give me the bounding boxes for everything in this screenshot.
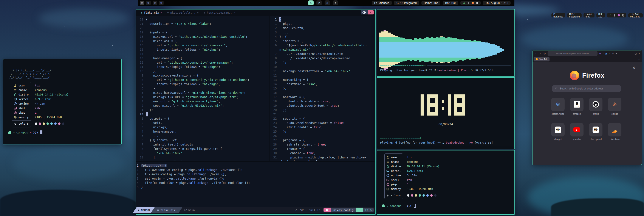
code-line[interactable]: 6 "${modulesPath}/installer/cd-dvd/insta…	[270, 43, 375, 47]
code-line[interactable]: 27 programs = {	[270, 138, 375, 142]
shortcut-chatgpt[interactable]: ❋chatgpt	[551, 123, 564, 142]
shortcut-claude[interactable]: ✳claude	[608, 98, 622, 116]
tasklist-client-icon[interactable]: ❄	[146, 1, 151, 5]
code-line[interactable]: 4}: {	[270, 35, 375, 39]
code-line[interactable]: 11 inputs.nixpkgs.follows = "nixpkgs";	[136, 65, 269, 69]
code-line[interactable]: 23 sudo.wheelNeedsPassword = false;	[270, 121, 375, 125]
shell-prompt[interactable]: → canopus ~ ❯❯❯	[8, 130, 42, 134]
tasklist-client-icon[interactable]: ❄	[152, 1, 157, 5]
url-bar[interactable]: Search with Google or enter address	[548, 51, 598, 56]
code-line[interactable]: 8 ../../modules/nixos/desktop/awesome	[270, 56, 375, 60]
toggle-button[interactable]	[361, 10, 368, 15]
menu-hamburger-icon[interactable]: ≡	[616, 52, 617, 55]
code-line[interactable]: 19 bluetooth.powerOnBoot = true;	[270, 103, 375, 108]
extension-icon[interactable]: ◆	[599, 52, 601, 55]
code-line[interactable]: 11 nixpkgs.hostPlatform = "x86_64-linux"…	[270, 69, 375, 73]
code-line[interactable]: 2 sops-nix.url = "github:Mic92/sops-nix"…	[136, 103, 269, 108]
terminal-window-fastfetch-right[interactable]: userhnamedistrokerneluptimeshellpkgsmemo…	[377, 150, 515, 215]
code-line[interactable]: 18 bluetooth.enable = true;	[270, 99, 375, 103]
close-button[interactable]: ✕	[638, 52, 640, 55]
code-line[interactable]: 13 networking = {	[270, 78, 375, 82]
code-line[interactable]: 2 modulesPath,	[270, 26, 375, 30]
personalize-gear-icon[interactable]: ⚙	[633, 66, 636, 69]
code-line[interactable]: 7 inherit (self) outputs;	[136, 142, 269, 147]
close-buffer-icon[interactable]: ✕	[234, 11, 235, 14]
workspace-tag-4[interactable]: 4	[333, 1, 338, 6]
code-line[interactable]: 6 };	[136, 86, 269, 91]
code-line[interactable]: 8 forAllSystems = nixpkgs.lib.genAttrs [	[136, 147, 269, 151]
code-line[interactable]: 16	[270, 91, 375, 95]
close-split-button[interactable]: ✕	[368, 10, 374, 15]
workspace-tag-3[interactable]: 3	[324, 1, 330, 6]
code-line[interactable]: 10 ];	[136, 155, 269, 159]
new-tab-button[interactable]: +	[551, 58, 553, 61]
code-line[interactable]: 5 ...	[136, 134, 269, 138]
code-line[interactable]: 1 };	[136, 108, 269, 112]
code-line[interactable]: 12	[270, 73, 375, 78]
buffer-tab-hosts-isoimage[interactable]: ❄ hosts/isoImag.. ✕	[201, 10, 238, 16]
code-line[interactable]: 9 "x86_64-linux"	[136, 151, 269, 155]
code-line[interactable]: n-cd-minimal.nix"	[270, 47, 375, 52]
shortcut-youtube[interactable]: ▶youtube	[570, 123, 584, 142]
code-line[interactable]: 21 description = "tux's NixOS Flake";	[136, 22, 269, 26]
shortcut-cloudflare[interactable]: ☁☁cloudflare	[608, 123, 622, 142]
code-line[interactable]: 9 ];	[270, 60, 375, 65]
code-line[interactable]: 5}	[136, 185, 374, 189]
close-buffer-icon[interactable]: ✕	[197, 11, 199, 14]
sidebar-icon[interactable]: ⊡	[612, 52, 614, 55]
code-line[interactable]: 12 url = "github:nix-community/home-mana…	[136, 60, 269, 65]
code-line[interactable]: 6 } @ inputs: let	[136, 138, 269, 142]
code-line[interactable]: 4 nixpkgs-f2k.url = "github:moni-dz/nixp…	[136, 95, 269, 99]
code-line[interactable]: 13 home-manager = {	[136, 56, 269, 60]
code-line[interactable]: 1{	[270, 17, 375, 22]
code-line[interactable]: 24 rtkit.enable = true;	[270, 125, 375, 129]
code-line[interactable]: 20	[136, 26, 269, 30]
code-line[interactable]: 14 };	[136, 52, 269, 56]
code-line[interactable]: 10 };	[136, 69, 269, 73]
code-line[interactable]: 15 inputs.nixpkgs.follows = "nixpkgs";	[136, 47, 269, 52]
extension-icon[interactable]: ▣	[605, 52, 607, 55]
code-line[interactable]: 23	[136, 112, 269, 116]
code-line[interactable]: 22{	[136, 17, 269, 22]
reload-button[interactable]: ↻	[542, 52, 547, 55]
code-line[interactable]: 3 ...	[270, 30, 375, 35]
code-line[interactable]: 31 plugins = with pkgs.xfce; [thunar-arc…	[270, 155, 375, 159]
tasklist-client-icon[interactable]: ❄	[159, 1, 164, 5]
code-line[interactable]: 18 nixpkgs.url = "github:nixos/nixpkgs/n…	[136, 35, 269, 39]
code-line[interactable]: 26	[270, 134, 375, 138]
maximize-button[interactable]: ▢	[634, 52, 636, 55]
shortcut-github[interactable]: github	[589, 98, 602, 116]
code-line[interactable]: 21	[270, 112, 375, 116]
code-line[interactable]: 30 enable = true;	[270, 151, 375, 155]
code-line[interactable]: 28 ssh.startAgent = true;	[270, 142, 375, 147]
code-line[interactable]: 9 nix-vscode-extensions = {	[136, 73, 269, 78]
code-line[interactable]: 14 hostName = "iso";	[270, 82, 375, 86]
code-line[interactable]: 1 pkgs,	[270, 22, 375, 26]
tab-list-chevron-icon[interactable]: ⌄	[638, 58, 640, 61]
buffer-tab-pkgs-default[interactable]: ❄ pkgs/default... ✕	[165, 10, 201, 16]
tray-icons[interactable]	[460, 1, 481, 5]
code-line[interactable]: 1 outputs = {	[136, 116, 269, 121]
buffer-tab-flake-nix[interactable]: ❄ flake.nix ✕	[138, 10, 165, 16]
back-button[interactable]: ‹	[534, 52, 538, 55]
terminal-window-visualizer[interactable]: =======================> Playing: ffee f…	[377, 9, 515, 77]
command-line[interactable]	[136, 213, 376, 214]
code-line[interactable]: 3 nur.url = "github:nix-community/nur";	[136, 99, 269, 103]
shortcut-chat.openai[interactable]: ❋chat.openai	[589, 123, 602, 142]
code-line[interactable]: 7 ../../modules/nixos/default.nix	[270, 52, 375, 56]
code-line[interactable]: 25 };	[270, 129, 375, 134]
tasklist-client-icon[interactable]: ❄	[140, 1, 144, 5]
editor-pane-isoimage[interactable]: 1{1 pkgs,2 modulesPath,3 ...4}: {5 impor…	[270, 16, 375, 162]
code-line[interactable]: 8 url = "github:nix-community/nix-vscode…	[136, 78, 269, 82]
code-line[interactable]: 15 };	[270, 86, 375, 91]
newtab-search-bar[interactable]: Search with Google or enter address	[552, 85, 621, 92]
code-line[interactable]: 10	[270, 65, 375, 69]
code-line[interactable]: 17 nixos-wsl = {	[136, 39, 269, 43]
workspace-tag-1[interactable]: 1	[308, 1, 314, 6]
code-line[interactable]: 2 self,	[136, 121, 269, 125]
code-line[interactable]: 1{pkgs, ...}: {	[136, 163, 374, 168]
tab-new-tab[interactable]: New Tab	[534, 57, 550, 61]
neovim-window[interactable]: ❄ flake.nix ✕ ❄ pkgs/default... ✕ ❄ host…	[136, 9, 376, 215]
code-line[interactable]: 2 tux-nvim-config = pkgs.callPackage ./n…	[136, 172, 374, 176]
editor-pane-flake-nix[interactable]: 22{21 description = "tux's NixOS Flake";…	[136, 16, 269, 162]
